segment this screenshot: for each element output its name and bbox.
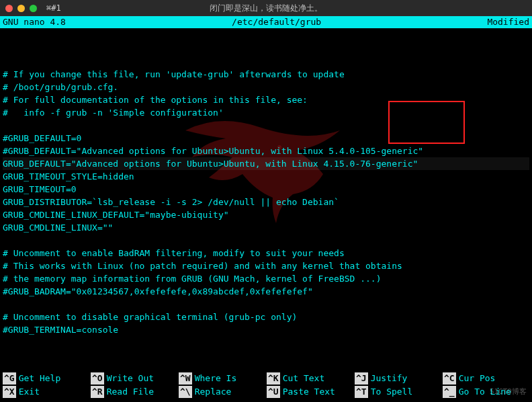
- shortcut-item: ^\Replace: [179, 386, 265, 398]
- shortcut-item: ^UPaste Text: [267, 386, 353, 398]
- shortcut-label: Justify: [371, 372, 408, 385]
- shortcut-label: Exit: [19, 386, 40, 398]
- macos-titlebar: ⌘#1 闭门即是深山，读书随处净土。: [0, 0, 532, 16]
- file-path: /etc/default/grub: [66, 16, 487, 28]
- editor-line[interactable]: # /boot/grub/grub.cfg.: [3, 81, 529, 93]
- shortcut-label: Cut Text: [283, 372, 325, 385]
- nano-status-bar: GNU nano 4.8 /etc/default/grub Modified: [0, 16, 532, 28]
- editor-line[interactable]: GRUB_TIMEOUT_STYLE=hidden: [3, 170, 529, 183]
- editor-line[interactable]: GRUB_CMDLINE_LINUX="": [3, 221, 529, 234]
- editor-line[interactable]: [3, 298, 529, 311]
- editor-name-version: GNU nano 4.8: [3, 16, 66, 28]
- shortcut-item: ^TTo Spell: [355, 386, 441, 398]
- shortcut-label: Where Is: [195, 372, 237, 385]
- shortcut-label: Go To Line: [459, 386, 511, 398]
- shortcut-label: Cur Pos: [459, 372, 496, 385]
- shortcut-item: ^JJustify: [355, 372, 441, 385]
- shortcut-item: ^RRead File: [91, 386, 177, 398]
- close-window-button[interactable]: [5, 5, 13, 12]
- shortcut-key: ^K: [267, 372, 280, 385]
- nano-shortcut-bar: ^GGet Help^OWrite Out^WWhere Is^KCut Tex…: [3, 372, 529, 398]
- shortcut-item: ^KCut Text: [267, 372, 353, 385]
- editor-line[interactable]: # Uncomment to disable graphical termina…: [3, 311, 529, 323]
- terminal-tab-label[interactable]: ⌘#1: [46, 3, 61, 13]
- shortcut-item: ^OWrite Out: [91, 372, 177, 385]
- shortcut-label: Get Help: [19, 372, 61, 385]
- shortcut-key: ^W: [179, 372, 192, 385]
- shortcut-item: ^WWhere Is: [179, 372, 265, 385]
- minimize-window-button[interactable]: [17, 5, 25, 12]
- editor-line[interactable]: [3, 234, 529, 247]
- shortcut-key: ^G: [3, 372, 16, 385]
- maximize-window-button[interactable]: [30, 5, 37, 12]
- editor-line[interactable]: #GRUB_TERMINAL=console: [3, 323, 529, 336]
- editor-line[interactable]: # info -f grub -n 'Simple configuration': [3, 106, 529, 119]
- shortcut-item: ^_Go To Line: [443, 386, 529, 398]
- shortcut-item: ^CCur Pos: [443, 372, 529, 385]
- editor-text-area[interactable]: # If you change this file, run 'update-g…: [0, 28, 532, 337]
- terminal-viewport[interactable]: GNU nano 4.8 /etc/default/grub Modified …: [0, 16, 532, 402]
- editor-line[interactable]: [3, 119, 529, 132]
- editor-line[interactable]: GRUB_DEFAULT="Advanced options for Ubunt…: [3, 157, 529, 170]
- editor-line[interactable]: #GRUB_DEFAULT="Advanced options for Ubun…: [3, 145, 529, 157]
- editor-line[interactable]: # This works with Linux (no patch requir…: [3, 259, 529, 272]
- shortcut-key: ^J: [355, 372, 368, 385]
- editor-line[interactable]: #GRUB_DEFAULT=0: [3, 132, 529, 145]
- editor-line[interactable]: GRUB_CMDLINE_LINUX_DEFAULT="maybe-ubiqui…: [3, 208, 529, 221]
- shortcut-key: ^T: [355, 386, 368, 398]
- shortcut-key: ^O: [91, 372, 104, 385]
- shortcut-item: ^XExit: [3, 386, 89, 398]
- shortcut-label: Replace: [195, 386, 232, 398]
- shortcut-label: To Spell: [371, 386, 413, 398]
- editor-line[interactable]: # If you change this file, run 'update-g…: [3, 68, 529, 81]
- traffic-lights: [5, 5, 37, 12]
- shortcut-label: Read File: [107, 386, 154, 398]
- shortcut-label: Paste Text: [283, 386, 335, 398]
- shortcut-label: Write Out: [107, 372, 154, 385]
- shortcut-item: ^GGet Help: [3, 372, 89, 385]
- editor-line[interactable]: # For full documentation of the options …: [3, 93, 529, 106]
- editor-line[interactable]: # Uncomment to enable BadRAM filtering, …: [3, 247, 529, 259]
- editor-line[interactable]: GRUB_TIMEOUT=0: [3, 183, 529, 196]
- shortcut-key: ^R: [91, 386, 104, 398]
- shortcut-key: ^C: [443, 372, 456, 385]
- shortcut-key: ^U: [267, 386, 280, 398]
- window-title: 闭门即是深山，读书随处净土。: [0, 3, 532, 14]
- shortcut-key: ^_: [443, 386, 456, 398]
- editor-line[interactable]: # the memory map information from GRUB (…: [3, 272, 529, 285]
- shortcut-key: ^X: [3, 386, 16, 398]
- editor-line[interactable]: GRUB_DISTRIBUTOR=`lsb_release -i -s 2> /…: [3, 196, 529, 208]
- modified-indicator: Modified: [487, 16, 529, 28]
- editor-line[interactable]: #GRUB_BADRAM="0x01234567,0xfefefefe,0x89…: [3, 285, 529, 298]
- shortcut-key: ^\: [179, 386, 192, 398]
